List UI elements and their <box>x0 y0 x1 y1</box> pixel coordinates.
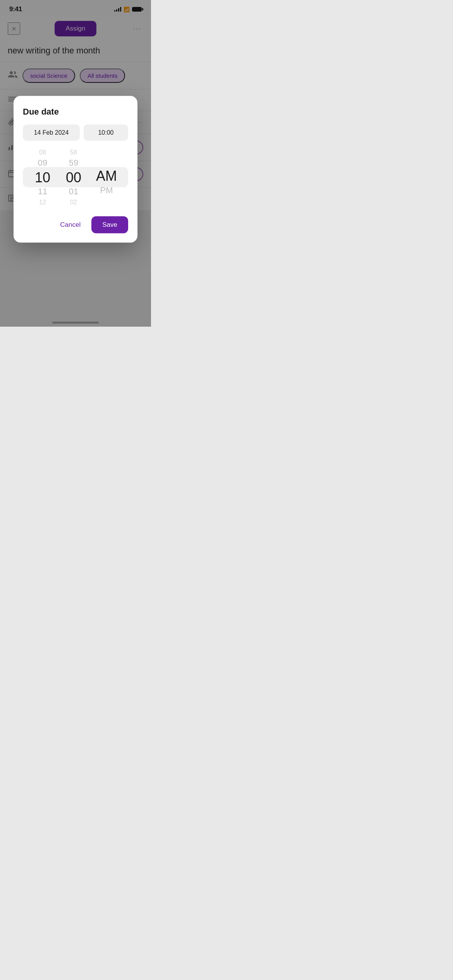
due-date-modal: Due date 14 Feb 2024 10:00 08 09 10 11 1… <box>14 96 137 243</box>
minute-above2: 58 <box>70 148 77 157</box>
minutes-column[interactable]: 58 59 00 01 02 <box>58 148 89 207</box>
ampm-other: PM <box>100 184 113 196</box>
minute-below2: 02 <box>70 198 77 207</box>
ampm-column[interactable]: -- -- AM PM -- <box>89 149 124 206</box>
modal-title: Due date <box>23 107 128 117</box>
minute-above1: 59 <box>69 157 78 169</box>
hour-below2: 12 <box>39 198 46 207</box>
hour-below1: 11 <box>38 186 47 198</box>
hours-column[interactable]: 08 09 10 11 12 <box>27 148 58 207</box>
hour-selected: 10 <box>35 169 50 186</box>
save-button[interactable]: Save <box>91 216 128 233</box>
minute-selected: 00 <box>66 169 81 186</box>
minute-below1: 01 <box>69 186 78 198</box>
time-button[interactable]: 10:00 <box>84 125 128 141</box>
hour-above2: 08 <box>39 148 46 157</box>
date-button[interactable]: 14 Feb 2024 <box>23 125 80 141</box>
ampm-selected: AM <box>96 168 117 184</box>
cancel-button[interactable]: Cancel <box>54 217 87 233</box>
modal-actions: Cancel Save <box>23 216 128 233</box>
date-time-buttons: 14 Feb 2024 10:00 <box>23 125 128 141</box>
time-picker: 08 09 10 11 12 58 59 00 01 02 -- -- AM P… <box>23 148 128 207</box>
hour-above1: 09 <box>38 157 47 169</box>
